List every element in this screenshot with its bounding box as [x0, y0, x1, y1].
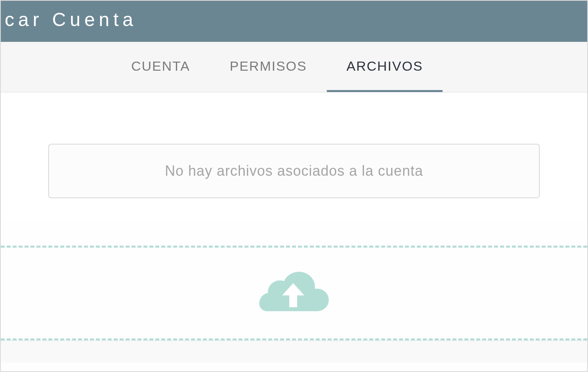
tabs-bar: CUENTA PERMISOS ARCHIVOS	[1, 42, 587, 92]
tab-cuenta-label: CUENTA	[131, 58, 190, 74]
cloud-upload-icon	[258, 269, 330, 317]
tab-archivos[interactable]: ARCHIVOS	[327, 42, 443, 92]
dialog-title: car Cuenta	[5, 9, 137, 30]
dialog-header: car Cuenta	[1, 1, 587, 42]
tab-content-archivos: No hay archivos asociados a la cuenta	[1, 92, 587, 222]
empty-files-text: No hay archivos asociados a la cuenta	[165, 163, 423, 179]
dialog-footer	[1, 340, 587, 363]
file-upload-dropzone[interactable]	[1, 246, 587, 340]
tab-archivos-label: ARCHIVOS	[347, 58, 423, 74]
tab-cuenta[interactable]: CUENTA	[111, 42, 210, 92]
tab-permisos[interactable]: PERMISOS	[210, 42, 326, 92]
tab-permisos-label: PERMISOS	[230, 58, 307, 74]
empty-files-notice: No hay archivos asociados a la cuenta	[48, 144, 540, 198]
